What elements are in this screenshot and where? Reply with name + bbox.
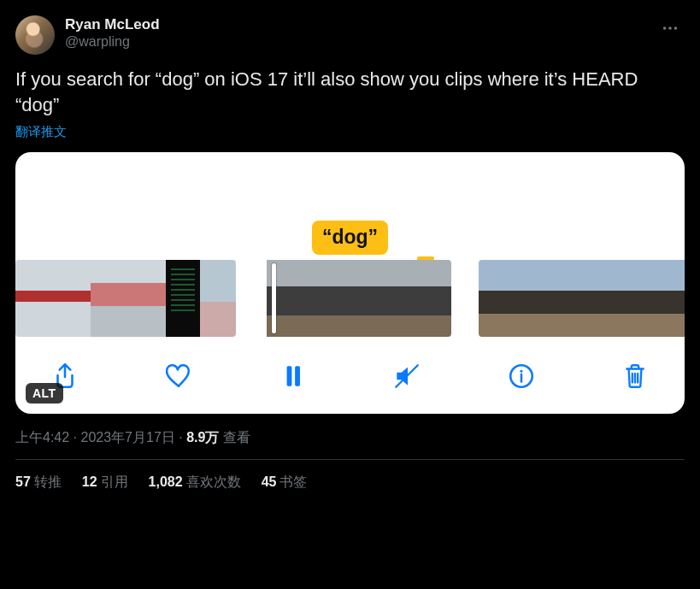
- bookmarks-stat[interactable]: 45书签: [262, 474, 308, 492]
- svg-point-1: [668, 27, 672, 30]
- like-button[interactable]: [160, 357, 197, 395]
- pause-icon: [279, 362, 308, 391]
- handle: @warpling: [65, 33, 160, 50]
- svg-point-6: [520, 370, 522, 373]
- clip-frame: [313, 260, 359, 337]
- clip-frame: [128, 260, 166, 337]
- clip-frame: [667, 260, 685, 337]
- clip-group[interactable]: [479, 260, 685, 337]
- avatar[interactable]: [15, 15, 55, 55]
- clip-frame: [479, 260, 516, 337]
- display-name: Ryan McLeod: [65, 15, 160, 33]
- svg-rect-3: [286, 367, 291, 386]
- tweet-time[interactable]: 上午4:42: [15, 430, 69, 445]
- more-icon: [661, 19, 679, 38]
- clip-frame: [359, 260, 405, 337]
- media-toolbar: [15, 337, 685, 414]
- pause-button[interactable]: [274, 357, 312, 395]
- tweet-date[interactable]: 2023年7月17日: [80, 430, 174, 445]
- heart-icon: [164, 362, 193, 391]
- alt-badge[interactable]: ALT: [26, 383, 63, 403]
- clip-frame: [15, 260, 53, 337]
- clip-frame: [267, 260, 313, 337]
- clip-group[interactable]: [15, 260, 236, 337]
- mute-button[interactable]: [388, 357, 426, 395]
- likes-stat[interactable]: 1,082喜欢次数: [149, 474, 241, 492]
- quotes-stat[interactable]: 12引用: [82, 474, 128, 492]
- media-attachment[interactable]: “dog”: [15, 152, 685, 414]
- tweet-header: Ryan McLeod @warpling: [15, 15, 685, 55]
- speaker-muted-icon: [392, 362, 421, 391]
- tweet-meta: 上午4:42 · 2023年7月17日 · 8.9万 查看: [15, 429, 685, 447]
- clip-frame: [591, 260, 629, 337]
- views-count: 8.9万: [186, 430, 219, 445]
- retweets-stat[interactable]: 57转推: [15, 474, 62, 492]
- clip-frame: [91, 260, 128, 337]
- media-caption-area: “dog”: [15, 164, 685, 260]
- svg-rect-4: [295, 367, 300, 386]
- caption-bubble: “dog”: [312, 221, 388, 255]
- clip-frame: [200, 260, 236, 337]
- clip-frame: [166, 260, 200, 337]
- video-timeline[interactable]: [15, 260, 685, 337]
- clip-frame: [53, 260, 91, 337]
- translate-link[interactable]: 翻译推文: [15, 124, 67, 140]
- tweet-container: Ryan McLeod @warpling If you search for …: [0, 0, 700, 492]
- info-icon: [507, 362, 536, 391]
- clip-frame: [516, 260, 554, 337]
- more-button[interactable]: [656, 15, 685, 45]
- clip-frame: [629, 260, 667, 337]
- svg-point-0: [663, 27, 667, 30]
- svg-point-2: [674, 27, 678, 30]
- info-button[interactable]: [503, 357, 540, 395]
- clip-group[interactable]: [263, 260, 451, 337]
- clip-frame: [554, 260, 591, 337]
- tweet-stats: 57转推 12引用 1,082喜欢次数 45书签: [15, 460, 685, 492]
- trash-icon: [621, 362, 650, 391]
- clip-frame: [405, 260, 451, 337]
- author-identity[interactable]: Ryan McLeod @warpling: [65, 15, 160, 50]
- delete-button[interactable]: [616, 357, 654, 395]
- tweet-text: If you search for “dog” on iOS 17 it’ll …: [15, 67, 685, 117]
- views-label: 查看: [219, 430, 250, 445]
